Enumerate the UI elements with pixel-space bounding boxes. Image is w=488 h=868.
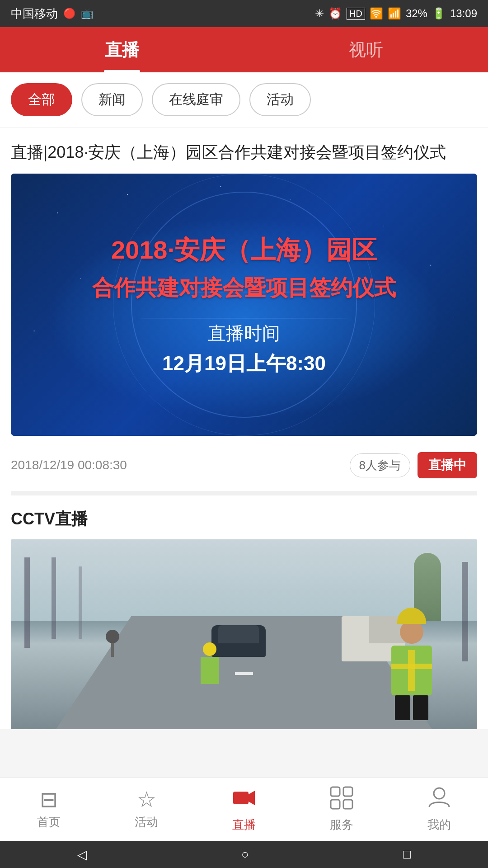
article1-image[interactable]: 2018·安庆（上海）园区 合作共建对接会暨项目签约仪式 直播时间 12月19日…: [11, 174, 477, 436]
tab-media-label: 视听: [349, 38, 383, 61]
filter-all[interactable]: 全部: [11, 83, 72, 116]
officer-body: [201, 657, 219, 684]
image-time-value: 12月19日上午8:30: [162, 350, 326, 377]
recent-button[interactable]: □: [403, 847, 411, 862]
leg-right: [413, 695, 428, 720]
signal-icon: 📶: [388, 7, 401, 20]
image-line2: 合作共建对接会暨项目签约仪式: [92, 273, 396, 303]
bottom-nav: ⊟ 首页 ☆ 活动 直播 服务: [0, 778, 488, 841]
pole-left1: [24, 557, 30, 648]
article1-section: 直播|2018·安庆（上海）园区合作共建对接会暨项目签约仪式 2018·安庆（上…: [0, 127, 488, 495]
svg-rect-0: [233, 792, 249, 804]
home-button[interactable]: ○: [241, 847, 249, 862]
leg-left: [395, 695, 410, 720]
nav-mine[interactable]: 我的: [390, 786, 488, 833]
status-bar: 中国移动 🔴 📺 ✳ ⏰ HD 🛜 📶 32% 🔋 13:09: [0, 0, 488, 27]
svg-point-6: [434, 788, 445, 799]
image-time-label: 直播时间: [208, 321, 280, 346]
worker-helmet: [397, 608, 426, 624]
moto-body: [111, 643, 114, 657]
live-badge[interactable]: 直播中: [418, 452, 477, 478]
bluetooth-icon: ✳: [315, 7, 324, 20]
filter-news[interactable]: 新闻: [81, 83, 143, 116]
nav-live[interactable]: 直播: [195, 786, 293, 833]
activity-icon: ☆: [137, 789, 156, 811]
road-dash1: [235, 672, 253, 675]
mine-icon: [427, 786, 451, 813]
header-tabs: 直播 视听: [0, 27, 488, 72]
worker-legs: [391, 695, 432, 720]
road-scene: [11, 539, 477, 729]
participants-badge: 8人参与: [350, 453, 410, 477]
pole-left2: [52, 557, 56, 639]
tab-live[interactable]: 直播: [0, 27, 244, 72]
live-nav-icon: [232, 786, 256, 813]
article1-meta: 2018/12/19 00:08:30 8人参与 直播中: [11, 445, 477, 495]
svg-rect-2: [331, 787, 340, 796]
article1-title: 直播|2018·安庆（上海）园区合作共建对接会暨项目签约仪式: [11, 140, 477, 165]
vest-stripe-h: [391, 664, 432, 669]
battery-icon: 🔋: [432, 7, 446, 20]
moto-wheel: [106, 630, 119, 643]
nav-service[interactable]: 服务: [293, 786, 390, 833]
alarm-icon: ⏰: [328, 7, 342, 20]
wifi-icon: 🛜: [370, 7, 383, 20]
flag-icon: 📺: [81, 8, 93, 19]
status-right: ✳ ⏰ HD 🛜 📶 32% 🔋 13:09: [315, 7, 477, 20]
carrier-text: 中国移动: [11, 6, 58, 22]
nav-home-label: 首页: [37, 814, 61, 830]
nav-mine-label: 我的: [427, 817, 451, 833]
hd-badge: HD: [347, 8, 365, 20]
motorcycle: [101, 630, 124, 652]
svg-rect-4: [331, 800, 340, 809]
car-main: [211, 625, 266, 657]
tree-right1: [462, 562, 468, 661]
tab-live-label: 直播: [105, 38, 139, 61]
nav-home[interactable]: ⊟ 首页: [0, 789, 98, 830]
article2-title: CCTV直播: [11, 508, 477, 530]
image-line1: 2018·安庆（上海）园区: [111, 232, 377, 268]
back-button[interactable]: ◁: [77, 847, 87, 862]
carrier-icon: 🔴: [63, 8, 75, 19]
filter-bar: 全部 新闻 在线庭审 活动: [0, 72, 488, 127]
article2-image[interactable]: [11, 539, 477, 729]
service-icon: [330, 786, 353, 813]
tab-media[interactable]: 视听: [244, 27, 488, 72]
officer-figure: [201, 642, 219, 684]
worker-figure: [391, 608, 432, 720]
svg-rect-5: [343, 800, 352, 809]
meta-right: 8人参与 直播中: [350, 452, 477, 478]
nav-service-label: 服务: [330, 817, 353, 833]
svg-marker-1: [249, 791, 255, 805]
worker-body: [391, 646, 432, 695]
status-left: 中国移动 🔴 📺: [11, 6, 93, 22]
svg-rect-3: [343, 787, 352, 796]
filter-court[interactable]: 在线庭审: [152, 83, 240, 116]
nav-activity[interactable]: ☆ 活动: [98, 789, 195, 830]
pole-left3: [79, 566, 82, 639]
officer-head: [203, 642, 216, 656]
article1-date: 2018/12/19 00:08:30: [11, 458, 127, 472]
battery-text: 32%: [406, 7, 427, 20]
time-text: 13:09: [450, 7, 477, 20]
nav-live-label: 直播: [232, 817, 256, 833]
home-icon: ⊟: [40, 789, 58, 811]
filter-activity[interactable]: 活动: [249, 83, 311, 116]
vest-stripe-v: [408, 650, 415, 691]
car-top: [218, 625, 259, 643]
article2-section: CCTV直播: [0, 495, 488, 729]
android-nav: ◁ ○ □: [0, 841, 488, 868]
nav-activity-label: 活动: [135, 814, 158, 830]
